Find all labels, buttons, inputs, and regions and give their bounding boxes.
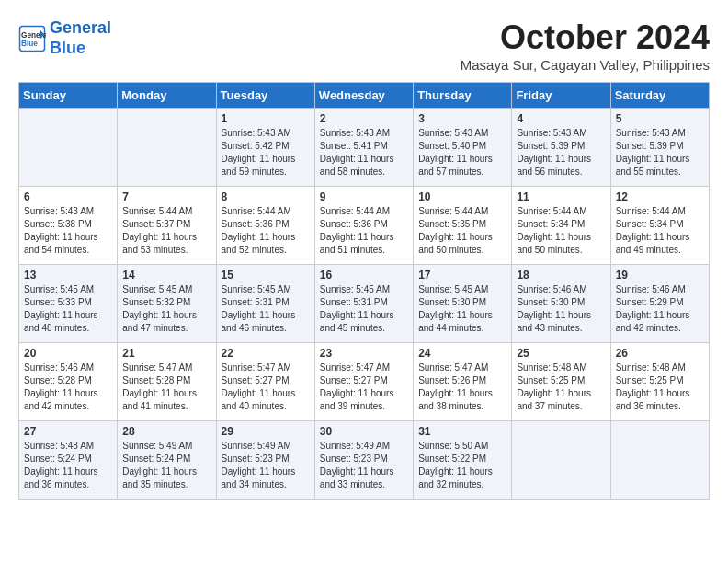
logo-general: General (50, 18, 111, 37)
day-cell: 9Sunrise: 5:44 AM Sunset: 5:36 PM Daylig… (314, 187, 413, 265)
day-cell: 4Sunrise: 5:43 AM Sunset: 5:39 PM Daylig… (512, 109, 610, 187)
day-info: Sunrise: 5:44 AM Sunset: 5:37 PM Dayligh… (122, 205, 210, 257)
month-title: October 2024 (461, 18, 710, 57)
svg-text:Blue: Blue (21, 39, 38, 47)
day-number: 12 (616, 190, 704, 203)
day-info: Sunrise: 5:47 AM Sunset: 5:26 PM Dayligh… (418, 362, 506, 413)
day-cell: 12Sunrise: 5:44 AM Sunset: 5:34 PM Dayli… (610, 187, 709, 265)
day-cell: 30Sunrise: 5:49 AM Sunset: 5:23 PM Dayli… (314, 421, 413, 500)
location: Masaya Sur, Cagayan Valley, Philippines (461, 57, 710, 73)
day-info: Sunrise: 5:44 AM Sunset: 5:36 PM Dayligh… (320, 205, 408, 257)
col-header-sunday: Sunday (19, 83, 118, 109)
day-number: 8 (222, 190, 310, 203)
day-info: Sunrise: 5:43 AM Sunset: 5:39 PM Dayligh… (517, 127, 605, 178)
logo: General Blue General Blue (18, 18, 111, 58)
day-info: Sunrise: 5:49 AM Sunset: 5:24 PM Dayligh… (122, 440, 210, 491)
day-cell: 27Sunrise: 5:48 AM Sunset: 5:24 PM Dayli… (19, 421, 118, 500)
day-cell (610, 421, 709, 500)
week-row-3: 13Sunrise: 5:45 AM Sunset: 5:33 PM Dayli… (19, 265, 710, 343)
day-number: 2 (320, 112, 408, 125)
day-cell (512, 421, 610, 500)
day-info: Sunrise: 5:46 AM Sunset: 5:30 PM Dayligh… (517, 283, 605, 335)
day-info: Sunrise: 5:46 AM Sunset: 5:28 PM Dayligh… (24, 362, 112, 413)
col-header-wednesday: Wednesday (314, 83, 413, 109)
day-info: Sunrise: 5:47 AM Sunset: 5:27 PM Dayligh… (320, 362, 408, 413)
day-number: 7 (122, 190, 210, 203)
day-cell: 14Sunrise: 5:45 AM Sunset: 5:32 PM Dayli… (118, 265, 216, 343)
day-number: 22 (222, 347, 310, 360)
day-info: Sunrise: 5:49 AM Sunset: 5:23 PM Dayligh… (222, 440, 310, 491)
day-cell: 23Sunrise: 5:47 AM Sunset: 5:27 PM Dayli… (314, 343, 413, 421)
day-number: 16 (320, 269, 408, 282)
day-cell: 5Sunrise: 5:43 AM Sunset: 5:39 PM Daylig… (610, 109, 709, 187)
day-number: 19 (616, 269, 704, 282)
week-row-1: 1Sunrise: 5:43 AM Sunset: 5:42 PM Daylig… (19, 109, 710, 187)
day-info: Sunrise: 5:47 AM Sunset: 5:27 PM Dayligh… (222, 362, 310, 413)
col-header-monday: Monday (118, 83, 216, 109)
day-cell: 16Sunrise: 5:45 AM Sunset: 5:31 PM Dayli… (314, 265, 413, 343)
day-info: Sunrise: 5:44 AM Sunset: 5:36 PM Dayligh… (222, 205, 310, 257)
day-info: Sunrise: 5:50 AM Sunset: 5:22 PM Dayligh… (418, 440, 506, 491)
day-number: 13 (24, 269, 112, 282)
day-info: Sunrise: 5:43 AM Sunset: 5:40 PM Dayligh… (418, 127, 506, 178)
day-cell: 22Sunrise: 5:47 AM Sunset: 5:27 PM Dayli… (216, 343, 314, 421)
day-cell: 21Sunrise: 5:47 AM Sunset: 5:28 PM Dayli… (118, 343, 216, 421)
day-number: 18 (517, 269, 605, 282)
col-header-saturday: Saturday (610, 83, 709, 109)
day-info: Sunrise: 5:45 AM Sunset: 5:31 PM Dayligh… (222, 283, 310, 335)
day-number: 28 (122, 425, 210, 438)
day-cell: 11Sunrise: 5:44 AM Sunset: 5:34 PM Dayli… (512, 187, 610, 265)
day-info: Sunrise: 5:48 AM Sunset: 5:25 PM Dayligh… (616, 362, 704, 413)
day-info: Sunrise: 5:45 AM Sunset: 5:30 PM Dayligh… (418, 283, 506, 335)
day-info: Sunrise: 5:47 AM Sunset: 5:28 PM Dayligh… (122, 362, 210, 413)
day-cell: 18Sunrise: 5:46 AM Sunset: 5:30 PM Dayli… (512, 265, 610, 343)
day-cell: 28Sunrise: 5:49 AM Sunset: 5:24 PM Dayli… (118, 421, 216, 500)
day-number: 9 (320, 190, 408, 203)
day-info: Sunrise: 5:43 AM Sunset: 5:41 PM Dayligh… (320, 127, 408, 178)
day-number: 6 (24, 190, 112, 203)
day-cell: 20Sunrise: 5:46 AM Sunset: 5:28 PM Dayli… (19, 343, 118, 421)
day-number: 24 (418, 347, 506, 360)
day-cell (19, 109, 118, 187)
day-info: Sunrise: 5:45 AM Sunset: 5:32 PM Dayligh… (122, 283, 210, 335)
day-cell: 1Sunrise: 5:43 AM Sunset: 5:42 PM Daylig… (216, 109, 314, 187)
day-cell: 26Sunrise: 5:48 AM Sunset: 5:25 PM Dayli… (610, 343, 709, 421)
day-cell: 7Sunrise: 5:44 AM Sunset: 5:37 PM Daylig… (118, 187, 216, 265)
day-number: 1 (222, 112, 310, 125)
day-number: 15 (222, 269, 310, 282)
col-header-thursday: Thursday (414, 83, 512, 109)
day-number: 26 (616, 347, 704, 360)
day-cell: 31Sunrise: 5:50 AM Sunset: 5:22 PM Dayli… (414, 421, 512, 500)
day-number: 5 (616, 112, 704, 125)
day-info: Sunrise: 5:44 AM Sunset: 5:34 PM Dayligh… (616, 205, 704, 257)
col-header-friday: Friday (512, 83, 610, 109)
day-number: 11 (517, 190, 605, 203)
day-info: Sunrise: 5:49 AM Sunset: 5:23 PM Dayligh… (320, 440, 408, 491)
day-cell: 17Sunrise: 5:45 AM Sunset: 5:30 PM Dayli… (414, 265, 512, 343)
day-info: Sunrise: 5:43 AM Sunset: 5:38 PM Dayligh… (24, 205, 112, 257)
day-cell: 6Sunrise: 5:43 AM Sunset: 5:38 PM Daylig… (19, 187, 118, 265)
day-info: Sunrise: 5:44 AM Sunset: 5:34 PM Dayligh… (517, 205, 605, 257)
day-number: 27 (24, 425, 112, 438)
day-number: 25 (517, 347, 605, 360)
week-row-4: 20Sunrise: 5:46 AM Sunset: 5:28 PM Dayli… (19, 343, 710, 421)
logo-text: General Blue (50, 18, 111, 58)
day-info: Sunrise: 5:45 AM Sunset: 5:31 PM Dayligh… (320, 283, 408, 335)
day-cell: 24Sunrise: 5:47 AM Sunset: 5:26 PM Dayli… (414, 343, 512, 421)
day-info: Sunrise: 5:44 AM Sunset: 5:35 PM Dayligh… (418, 205, 506, 257)
page-header: General Blue General Blue October 2024 M… (18, 18, 710, 73)
day-number: 3 (418, 112, 506, 125)
day-cell: 2Sunrise: 5:43 AM Sunset: 5:41 PM Daylig… (314, 109, 413, 187)
calendar-table: SundayMondayTuesdayWednesdayThursdayFrid… (18, 82, 710, 500)
day-number: 21 (122, 347, 210, 360)
day-cell: 15Sunrise: 5:45 AM Sunset: 5:31 PM Dayli… (216, 265, 314, 343)
day-cell: 10Sunrise: 5:44 AM Sunset: 5:35 PM Dayli… (414, 187, 512, 265)
header-row: SundayMondayTuesdayWednesdayThursdayFrid… (19, 83, 710, 109)
day-cell: 8Sunrise: 5:44 AM Sunset: 5:36 PM Daylig… (216, 187, 314, 265)
day-number: 30 (320, 425, 408, 438)
day-info: Sunrise: 5:45 AM Sunset: 5:33 PM Dayligh… (24, 283, 112, 335)
day-cell: 29Sunrise: 5:49 AM Sunset: 5:23 PM Dayli… (216, 421, 314, 500)
day-info: Sunrise: 5:48 AM Sunset: 5:24 PM Dayligh… (24, 440, 112, 491)
day-cell: 3Sunrise: 5:43 AM Sunset: 5:40 PM Daylig… (414, 109, 512, 187)
day-number: 29 (222, 425, 310, 438)
